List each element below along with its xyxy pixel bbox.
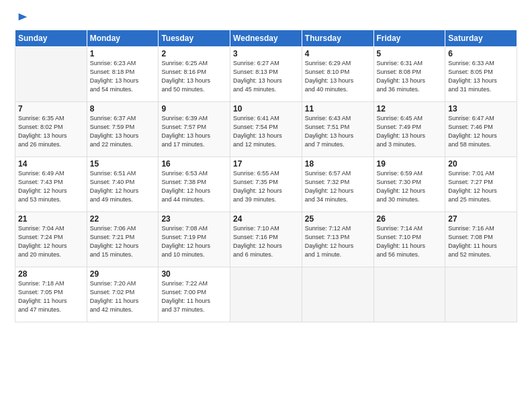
day-cell: 27Sunrise: 7:16 AM Sunset: 7:08 PM Dayli… [445, 212, 517, 267]
day-cell [373, 267, 445, 322]
day-cell [302, 267, 373, 322]
day-number: 19 [377, 159, 443, 169]
day-info: Sunrise: 7:18 AM Sunset: 7:05 PM Dayligh… [18, 279, 84, 314]
day-info: Sunrise: 6:59 AM Sunset: 7:30 PM Dayligh… [377, 169, 443, 204]
calendar-table: SundayMondayTuesdayWednesdayThursdayFrid… [15, 30, 517, 322]
day-number: 5 [377, 49, 443, 58]
day-cell: 15Sunrise: 6:51 AM Sunset: 7:40 PM Dayli… [87, 157, 159, 212]
day-cell: 19Sunrise: 6:59 AM Sunset: 7:30 PM Dayli… [373, 157, 445, 212]
day-info: Sunrise: 7:01 AM Sunset: 7:27 PM Dayligh… [448, 169, 514, 204]
day-cell: 22Sunrise: 7:06 AM Sunset: 7:21 PM Dayli… [87, 212, 159, 267]
day-info: Sunrise: 6:55 AM Sunset: 7:35 PM Dayligh… [233, 169, 299, 204]
header-row-days: SundayMondayTuesdayWednesdayThursdayFrid… [15, 30, 517, 47]
header-thursday: Thursday [302, 30, 373, 47]
day-info: Sunrise: 6:45 AM Sunset: 7:49 PM Dayligh… [377, 114, 443, 149]
day-info: Sunrise: 7:16 AM Sunset: 7:08 PM Dayligh… [448, 224, 514, 259]
day-number: 10 [233, 104, 299, 113]
day-number: 6 [448, 49, 514, 58]
day-cell: 30Sunrise: 7:22 AM Sunset: 7:00 PM Dayli… [159, 267, 230, 322]
day-number: 24 [233, 214, 299, 224]
day-number: 22 [90, 214, 156, 224]
logo-flag-icon [16, 12, 28, 24]
day-number: 26 [377, 214, 443, 224]
page: SundayMondayTuesdayWednesdayThursdayFrid… [0, 0, 532, 411]
header-tuesday: Tuesday [159, 30, 230, 47]
day-number: 15 [90, 159, 156, 169]
logo [15, 12, 28, 26]
day-number: 28 [18, 269, 84, 279]
day-info: Sunrise: 7:12 AM Sunset: 7:13 PM Dayligh… [305, 224, 371, 259]
day-info: Sunrise: 6:27 AM Sunset: 8:13 PM Dayligh… [233, 59, 299, 94]
day-cell: 14Sunrise: 6:49 AM Sunset: 7:43 PM Dayli… [15, 157, 87, 212]
day-number: 17 [233, 159, 299, 169]
header-wednesday: Wednesday [230, 30, 302, 47]
day-info: Sunrise: 7:20 AM Sunset: 7:02 PM Dayligh… [90, 279, 156, 314]
day-info: Sunrise: 6:29 AM Sunset: 8:10 PM Dayligh… [305, 59, 371, 94]
day-cell: 23Sunrise: 7:08 AM Sunset: 7:19 PM Dayli… [159, 212, 230, 267]
day-cell [230, 267, 302, 322]
day-info: Sunrise: 6:37 AM Sunset: 7:59 PM Dayligh… [90, 114, 156, 149]
header-monday: Monday [87, 30, 159, 47]
day-info: Sunrise: 6:47 AM Sunset: 7:46 PM Dayligh… [448, 114, 514, 149]
header-row [15, 12, 517, 26]
day-cell: 24Sunrise: 7:10 AM Sunset: 7:16 PM Dayli… [230, 212, 302, 267]
svg-marker-0 [19, 13, 28, 21]
logo-text [15, 12, 28, 26]
day-cell: 16Sunrise: 6:53 AM Sunset: 7:38 PM Dayli… [159, 157, 230, 212]
day-cell: 5Sunrise: 6:31 AM Sunset: 8:08 PM Daylig… [373, 47, 445, 102]
day-number: 25 [305, 214, 371, 224]
day-cell: 28Sunrise: 7:18 AM Sunset: 7:05 PM Dayli… [15, 267, 87, 322]
day-info: Sunrise: 6:53 AM Sunset: 7:38 PM Dayligh… [161, 169, 227, 204]
day-number: 4 [305, 49, 371, 58]
day-cell: 7Sunrise: 6:35 AM Sunset: 8:02 PM Daylig… [15, 102, 87, 157]
day-cell: 29Sunrise: 7:20 AM Sunset: 7:02 PM Dayli… [87, 267, 159, 322]
day-info: Sunrise: 7:10 AM Sunset: 7:16 PM Dayligh… [233, 224, 299, 259]
day-number: 12 [377, 104, 443, 113]
day-number: 11 [305, 104, 371, 113]
day-number: 7 [18, 104, 84, 113]
week-row-2: 14Sunrise: 6:49 AM Sunset: 7:43 PM Dayli… [15, 157, 517, 212]
day-info: Sunrise: 6:51 AM Sunset: 7:40 PM Dayligh… [90, 169, 156, 204]
day-cell: 1Sunrise: 6:23 AM Sunset: 8:18 PM Daylig… [87, 47, 159, 102]
day-number: 20 [448, 159, 514, 169]
day-info: Sunrise: 6:33 AM Sunset: 8:05 PM Dayligh… [448, 59, 514, 94]
header-friday: Friday [373, 30, 445, 47]
day-cell [15, 47, 87, 102]
day-cell: 3Sunrise: 6:27 AM Sunset: 8:13 PM Daylig… [230, 47, 302, 102]
day-number: 13 [448, 104, 514, 113]
day-number: 3 [233, 49, 299, 58]
day-info: Sunrise: 6:35 AM Sunset: 8:02 PM Dayligh… [18, 114, 84, 149]
week-row-1: 7Sunrise: 6:35 AM Sunset: 8:02 PM Daylig… [15, 102, 517, 157]
day-info: Sunrise: 6:31 AM Sunset: 8:08 PM Dayligh… [377, 59, 443, 94]
day-cell: 2Sunrise: 6:25 AM Sunset: 8:16 PM Daylig… [159, 47, 230, 102]
day-cell: 6Sunrise: 6:33 AM Sunset: 8:05 PM Daylig… [445, 47, 517, 102]
day-cell: 25Sunrise: 7:12 AM Sunset: 7:13 PM Dayli… [302, 212, 373, 267]
day-cell [445, 267, 517, 322]
week-row-4: 28Sunrise: 7:18 AM Sunset: 7:05 PM Dayli… [15, 267, 517, 322]
day-cell: 17Sunrise: 6:55 AM Sunset: 7:35 PM Dayli… [230, 157, 302, 212]
header-sunday: Sunday [15, 30, 87, 47]
day-number: 14 [18, 159, 84, 169]
day-number: 29 [90, 269, 156, 279]
day-number: 30 [161, 269, 227, 279]
day-number: 2 [161, 49, 227, 58]
day-cell: 13Sunrise: 6:47 AM Sunset: 7:46 PM Dayli… [445, 102, 517, 157]
day-cell: 26Sunrise: 7:14 AM Sunset: 7:10 PM Dayli… [373, 212, 445, 267]
day-cell: 11Sunrise: 6:43 AM Sunset: 7:51 PM Dayli… [302, 102, 373, 157]
day-info: Sunrise: 7:08 AM Sunset: 7:19 PM Dayligh… [161, 224, 227, 259]
header-saturday: Saturday [445, 30, 517, 47]
day-info: Sunrise: 6:25 AM Sunset: 8:16 PM Dayligh… [161, 59, 227, 94]
day-cell: 20Sunrise: 7:01 AM Sunset: 7:27 PM Dayli… [445, 157, 517, 212]
day-number: 23 [161, 214, 227, 224]
day-number: 9 [161, 104, 227, 113]
day-info: Sunrise: 6:57 AM Sunset: 7:32 PM Dayligh… [305, 169, 371, 204]
day-info: Sunrise: 6:39 AM Sunset: 7:57 PM Dayligh… [161, 114, 227, 149]
day-cell: 9Sunrise: 6:39 AM Sunset: 7:57 PM Daylig… [159, 102, 230, 157]
day-info: Sunrise: 6:49 AM Sunset: 7:43 PM Dayligh… [18, 169, 84, 204]
day-info: Sunrise: 7:06 AM Sunset: 7:21 PM Dayligh… [90, 224, 156, 259]
day-cell: 21Sunrise: 7:04 AM Sunset: 7:24 PM Dayli… [15, 212, 87, 267]
day-info: Sunrise: 7:04 AM Sunset: 7:24 PM Dayligh… [18, 224, 84, 259]
day-info: Sunrise: 7:14 AM Sunset: 7:10 PM Dayligh… [377, 224, 443, 259]
day-cell: 8Sunrise: 6:37 AM Sunset: 7:59 PM Daylig… [87, 102, 159, 157]
week-row-0: 1Sunrise: 6:23 AM Sunset: 8:18 PM Daylig… [15, 47, 517, 102]
